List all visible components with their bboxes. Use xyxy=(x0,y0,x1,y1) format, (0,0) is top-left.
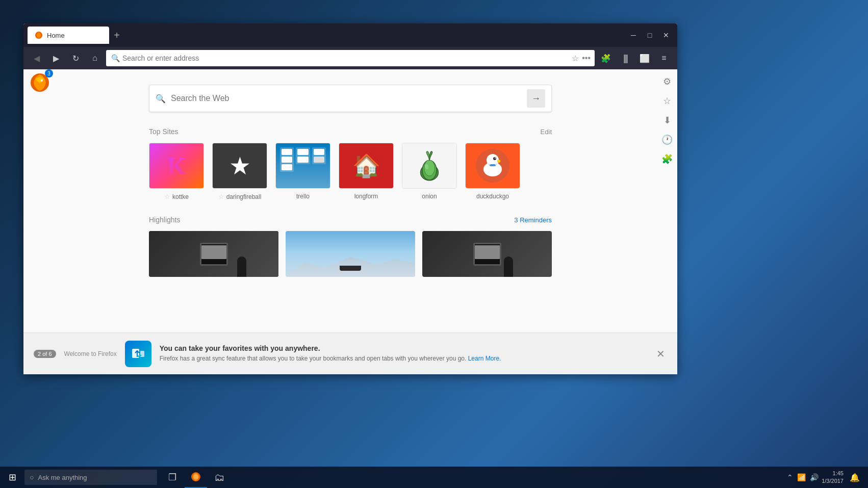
maximize-button[interactable]: □ xyxy=(643,28,657,42)
taskbar-volume-icon: 🔊 xyxy=(810,473,819,481)
sync-icon xyxy=(130,346,146,362)
address-input[interactable] xyxy=(106,50,595,66)
taskbar-firefox-button[interactable] xyxy=(185,467,207,488)
search-go-button[interactable]: → xyxy=(527,89,545,108)
library-button[interactable]: ||| xyxy=(617,50,633,66)
highlight-item-3[interactable] xyxy=(422,231,552,280)
kottke-star-icon: ☆ xyxy=(164,193,170,200)
extensions-button[interactable]: 🧩 xyxy=(598,50,614,66)
kottke-label-row: ☆ kottke xyxy=(164,193,189,200)
library-icon: ||| xyxy=(623,53,627,64)
history-icon: 🕐 xyxy=(661,134,673,145)
highlights-title: Highlights xyxy=(149,216,180,224)
sidebar-toggle-icon: ⬜ xyxy=(640,54,650,63)
duckduckgo-site-name: duckduckgo xyxy=(476,193,509,200)
welcome-icon-area xyxy=(125,341,151,367)
page-content: 3 ⚙ ☆ ⬇ 🕐 🧩 🔍 xyxy=(23,69,677,374)
highlights-section: Highlights 3 Reminders xyxy=(149,216,552,280)
trello-col-3 xyxy=(312,147,326,164)
title-bar: Home + ─ □ ✕ xyxy=(23,23,677,47)
highlight-thumbnail-3 xyxy=(422,231,552,277)
welcome-close-icon: ✕ xyxy=(656,348,665,359)
sidebar-toggle-button[interactable]: ⬜ xyxy=(636,50,653,66)
kottke-letter-k: K xyxy=(167,152,186,180)
menu-icon: ≡ xyxy=(661,54,666,63)
history-panel-button[interactable]: 🕐 xyxy=(659,132,675,148)
site-item-duckduckgo[interactable]: duckduckgo xyxy=(465,143,520,200)
trello-col-2 xyxy=(296,147,310,164)
back-button[interactable]: ◀ xyxy=(29,50,45,66)
kottke-thumbnail: K xyxy=(149,143,204,189)
addon-panel-button[interactable]: 🧩 xyxy=(659,151,675,167)
site-item-onion[interactable]: onion xyxy=(402,143,457,200)
taskbar-task-view-button[interactable]: ❐ xyxy=(161,467,184,488)
home-button[interactable]: ⌂ xyxy=(87,50,103,66)
onion-label-row: onion xyxy=(422,193,437,200)
bookmark-star-button[interactable]: ☆ xyxy=(572,54,579,63)
minimize-icon: ─ xyxy=(631,31,636,39)
taskbar-clock[interactable]: 1:45 1/3/2017 xyxy=(822,470,844,485)
daringfireball-site-name: daringfireball xyxy=(226,193,262,200)
site-item-longform[interactable]: 🏠 longform xyxy=(339,143,394,200)
star-panel-icon: ☆ xyxy=(663,95,671,107)
menu-button[interactable]: ≡ xyxy=(656,50,672,66)
settings-panel-button[interactable]: ⚙ xyxy=(659,73,675,90)
close-button[interactable]: ✕ xyxy=(659,28,673,42)
new-tab-icon: + xyxy=(114,30,120,41)
taskbar-search-text: Ask me anything xyxy=(38,474,87,481)
duckduckgo-duck-icon xyxy=(475,148,510,184)
taskbar-chevron-up-icon[interactable]: ⌃ xyxy=(787,473,793,481)
welcome-page-label: Welcome to Firefox xyxy=(64,350,117,357)
home-icon: ⌂ xyxy=(92,54,97,63)
welcome-learn-more-link[interactable]: Learn More. xyxy=(468,355,501,362)
start-button[interactable]: ⊞ xyxy=(0,467,24,488)
forward-button[interactable]: ▶ xyxy=(48,50,64,66)
longform-thumbnail: 🏠 xyxy=(339,143,394,189)
kottke-site-name: kottke xyxy=(172,193,189,200)
task-view-icon: ❐ xyxy=(168,472,176,483)
gear-icon: ⚙ xyxy=(663,76,671,87)
welcome-banner: 2 of 6 Welcome to Firefox You can take y… xyxy=(23,332,677,374)
maximize-icon: □ xyxy=(648,31,652,39)
highlights-grid xyxy=(149,231,552,280)
reload-button[interactable]: ↻ xyxy=(67,50,84,66)
address-right-icons: ☆ ••• xyxy=(572,54,591,63)
taskbar-notification-button[interactable]: 🔔 xyxy=(847,469,863,485)
site-item-kottke[interactable]: K ☆ kottke xyxy=(149,143,204,200)
extensions-icon: 🧩 xyxy=(601,54,611,63)
welcome-close-button[interactable]: ✕ xyxy=(654,346,667,362)
trello-site-name: trello xyxy=(296,193,310,200)
top-sites-edit-button[interactable]: Edit xyxy=(541,128,552,136)
onion-site-name: onion xyxy=(422,193,437,200)
web-search-input[interactable] xyxy=(171,94,522,103)
taskbar-system-icons: ⌃ 📶 🔊 xyxy=(787,473,819,481)
new-tab-button[interactable]: + xyxy=(109,28,124,43)
highlight-thumbnail-2 xyxy=(286,231,415,277)
site-item-trello[interactable]: trello xyxy=(275,143,330,200)
tab-area: Home + xyxy=(28,27,626,44)
forward-icon: ▶ xyxy=(53,54,59,63)
page-actions-button[interactable]: ••• xyxy=(582,54,591,63)
daringfireball-star-icon: ★ xyxy=(229,151,251,180)
address-bar-wrapper: 🔍 ☆ ••• xyxy=(106,50,595,66)
taskbar-search-box[interactable]: ○ Ask me anything xyxy=(24,470,157,485)
highlight-item-1[interactable] xyxy=(149,231,278,280)
notification-badge: 3 xyxy=(45,69,53,78)
welcome-text-area: You can take your favorites with you any… xyxy=(160,344,646,363)
site-item-daringfireball[interactable]: ★ ☆ daringfireball xyxy=(212,143,267,200)
back-icon: ◀ xyxy=(34,54,40,63)
svg-point-11 xyxy=(495,158,496,159)
browser-tab-home[interactable]: Home xyxy=(28,27,109,44)
taskbar-explorer-button[interactable]: 🗂 xyxy=(208,467,231,488)
file-explorer-icon: 🗂 xyxy=(214,472,224,483)
highlight-item-2[interactable] xyxy=(286,231,415,280)
reminders-button[interactable]: 3 Reminders xyxy=(514,216,552,224)
minimize-button[interactable]: ─ xyxy=(626,28,641,42)
fox-logo-container[interactable]: 3 xyxy=(29,71,51,96)
download-panel-button[interactable]: ⬇ xyxy=(659,112,675,129)
clock-time: 1:45 xyxy=(822,470,844,477)
highlights-header: Highlights 3 Reminders xyxy=(149,216,552,224)
tab-title: Home xyxy=(47,32,65,39)
favorite-panel-button[interactable]: ☆ xyxy=(659,93,675,109)
taskbar-network-icon: 📶 xyxy=(797,473,806,481)
